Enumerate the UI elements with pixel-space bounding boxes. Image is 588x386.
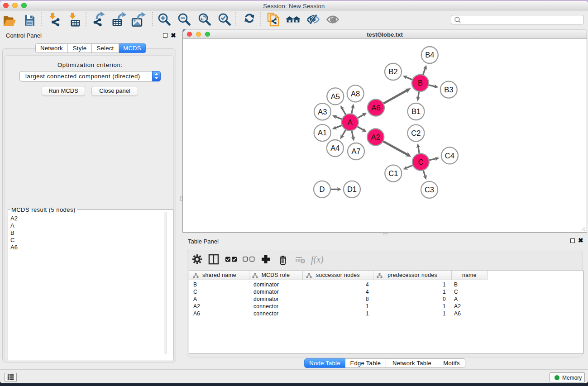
- svg-text:A8: A8: [351, 90, 360, 98]
- svg-text:A6: A6: [371, 104, 380, 112]
- svg-text:D: D: [320, 185, 325, 193]
- svg-text:C1: C1: [388, 169, 398, 177]
- svg-text:B3: B3: [444, 86, 453, 94]
- svg-text:A5: A5: [331, 92, 340, 100]
- svg-text:C2: C2: [411, 129, 421, 137]
- svg-text:D1: D1: [347, 185, 357, 193]
- svg-text:A7: A7: [351, 147, 360, 155]
- svg-text:C3: C3: [425, 186, 434, 194]
- svg-text:B2: B2: [388, 67, 397, 76]
- svg-text:B: B: [418, 79, 423, 87]
- svg-text:A2: A2: [371, 133, 380, 141]
- svg-text:B1: B1: [411, 107, 421, 115]
- svg-text:C: C: [418, 158, 423, 166]
- svg-text:f(x): f(x): [311, 254, 324, 265]
- svg-text:C4: C4: [445, 152, 454, 160]
- svg-text:A1: A1: [318, 129, 327, 137]
- svg-text:B4: B4: [425, 51, 434, 59]
- svg-text:A: A: [348, 118, 353, 126]
- svg-text:A3: A3: [318, 108, 327, 116]
- svg-text:A4: A4: [330, 144, 339, 152]
